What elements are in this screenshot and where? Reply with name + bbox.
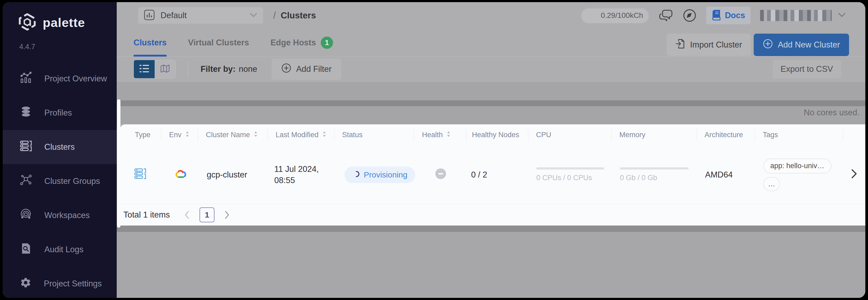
clusters-table-panel: Type Env Cluster Name Last Modified Stat… bbox=[120, 124, 865, 226]
sort-icon bbox=[446, 131, 451, 139]
health-unknown-icon bbox=[435, 168, 446, 181]
column-label: Tags bbox=[763, 131, 778, 139]
plus-circle-icon bbox=[763, 39, 773, 51]
edge-hosts-count-badge: 1 bbox=[321, 37, 333, 49]
table-footer: Total 1 items 1 bbox=[120, 204, 865, 225]
previous-page-button[interactable] bbox=[185, 211, 189, 219]
column-label: Healthy Nodes bbox=[472, 131, 519, 139]
vertical-scrollbar[interactable] bbox=[117, 99, 120, 228]
status-cell: Provisioning bbox=[334, 167, 414, 183]
spinner-icon bbox=[352, 170, 360, 179]
import-cluster-button[interactable]: Import Cluster bbox=[666, 34, 751, 56]
content-band: No cores used. bbox=[117, 82, 865, 124]
column-label: Cluster Name bbox=[206, 131, 250, 139]
sidebar-item-label: Project Overview bbox=[44, 74, 107, 84]
column-header-memory: Memory bbox=[611, 124, 696, 145]
user-menu[interactable] bbox=[760, 10, 845, 21]
sidebar-item-workspaces[interactable]: Workspaces bbox=[3, 198, 117, 232]
sidebar: palette 4.4.7 Project Overview bbox=[3, 2, 117, 298]
pagination: 1 bbox=[185, 207, 229, 222]
column-label: CPU bbox=[536, 131, 551, 139]
map-view-button[interactable] bbox=[155, 60, 176, 78]
tags-cell: app: hello-univ… … bbox=[755, 159, 843, 191]
next-page-button[interactable] bbox=[225, 211, 229, 219]
cores-usage-notice: No cores used. bbox=[804, 108, 860, 118]
gcp-icon bbox=[175, 169, 187, 181]
palette-logo[interactable]: palette bbox=[18, 13, 85, 32]
column-header-actions bbox=[843, 124, 865, 145]
compass-button[interactable] bbox=[683, 8, 696, 23]
cluster-servers-icon bbox=[20, 140, 32, 154]
add-new-cluster-button[interactable]: Add New Cluster bbox=[754, 34, 849, 56]
more-tags-chip[interactable]: … bbox=[763, 177, 780, 191]
sidebar-item-project-overview[interactable]: Project Overview bbox=[3, 62, 117, 96]
last-modified-time: 08:55 bbox=[274, 175, 334, 186]
page-number-button[interactable]: 1 bbox=[199, 207, 214, 222]
chat-button[interactable] bbox=[659, 9, 673, 22]
docs-button[interactable]: Docs bbox=[706, 7, 750, 24]
table-row[interactable]: gcp-cluster 11 Jul 2024, 08:55 Provision… bbox=[120, 145, 865, 204]
sidebar-item-profiles[interactable]: Profiles bbox=[3, 96, 117, 130]
orbit-icon bbox=[20, 208, 32, 223]
column-header-cpu: CPU bbox=[528, 124, 611, 145]
status-label: Provisioning bbox=[364, 170, 407, 179]
sidebar-item-audit-logs[interactable]: Audit Logs bbox=[3, 232, 117, 267]
plus-circle-icon bbox=[281, 63, 291, 75]
healthy-nodes-cell: 0 / 2 bbox=[466, 170, 528, 179]
layers-icon bbox=[20, 106, 32, 120]
usage-badge: 0.29/100kCh bbox=[581, 8, 649, 23]
horizontal-scrollbar-track bbox=[117, 100, 865, 106]
project-selector[interactable]: Default bbox=[138, 7, 263, 24]
chevron-right-icon[interactable] bbox=[851, 169, 857, 181]
tab-clusters[interactable]: Clusters bbox=[133, 29, 167, 57]
add-filter-button[interactable]: Add Filter bbox=[272, 59, 341, 80]
column-label: Type bbox=[135, 131, 151, 139]
divider bbox=[188, 61, 188, 77]
list-icon bbox=[139, 64, 150, 74]
cpu-cell: 0 CPUs / 0 CPUs bbox=[528, 167, 611, 182]
breadcrumb-separator: / bbox=[273, 10, 276, 21]
row-expand-cell bbox=[843, 169, 865, 181]
column-label: Architecture bbox=[705, 131, 743, 139]
gear-icon bbox=[20, 277, 32, 291]
sidebar-item-label: Cluster Groups bbox=[44, 176, 100, 186]
topbar: Default / Clusters 0.29/100kCh bbox=[117, 2, 865, 29]
tab-virtual-clusters[interactable]: Virtual Clusters bbox=[188, 29, 249, 57]
column-header-architecture: Architecture bbox=[696, 124, 755, 145]
tag-chip[interactable]: app: hello-univ… bbox=[763, 159, 831, 173]
column-header-health[interactable]: Health bbox=[414, 124, 466, 145]
column-label: Env bbox=[169, 131, 182, 139]
bottom-scrollbar-track bbox=[117, 226, 865, 232]
export-csv-label: Export to CSV bbox=[781, 64, 833, 74]
cluster-name-cell: gcp-cluster bbox=[198, 170, 268, 179]
project-selector-value: Default bbox=[160, 11, 187, 20]
column-header-type: Type bbox=[120, 124, 161, 145]
tab-label: Clusters bbox=[133, 38, 167, 47]
cluster-actions: Import Cluster Add New Cluster bbox=[666, 34, 849, 56]
sort-icon bbox=[254, 131, 258, 139]
filter-by-value: none bbox=[239, 64, 257, 74]
breadcrumb-current: Clusters bbox=[281, 10, 316, 21]
cpu-usage-label: 0 CPUs / 0 CPUs bbox=[536, 174, 611, 182]
sidebar-item-label: Project Settings bbox=[44, 279, 102, 289]
sidebar-item-label: Workspaces bbox=[44, 210, 90, 220]
sidebar-item-project-settings[interactable]: Project Settings bbox=[3, 267, 117, 298]
column-header-env[interactable]: Env bbox=[161, 124, 198, 145]
filter-by-label: Filter by: bbox=[200, 64, 236, 74]
audit-doc-icon bbox=[20, 242, 32, 257]
export-csv-button[interactable]: Export to CSV bbox=[773, 60, 841, 78]
tab-edge-hosts[interactable]: Edge Hosts 1 bbox=[271, 29, 333, 57]
column-header-tags: Tags bbox=[755, 124, 843, 145]
sidebar-item-cluster-groups[interactable]: Cluster Groups bbox=[3, 164, 117, 198]
tab-label: Virtual Clusters bbox=[188, 38, 249, 47]
column-header-last-modified[interactable]: Last Modified bbox=[268, 124, 334, 145]
map-icon bbox=[160, 64, 170, 74]
tabs: Clusters Virtual Clusters Edge Hosts 1 bbox=[133, 29, 333, 57]
list-view-button[interactable] bbox=[134, 60, 155, 78]
cluster-env-cell bbox=[161, 169, 198, 181]
column-header-cluster-name[interactable]: Cluster Name bbox=[198, 124, 268, 145]
memory-cell: 0 Gb / 0 Gb bbox=[611, 167, 696, 182]
chevron-down-icon bbox=[250, 13, 257, 18]
sidebar-item-clusters[interactable]: Clusters bbox=[3, 130, 117, 164]
project-scope-icon bbox=[144, 10, 155, 21]
